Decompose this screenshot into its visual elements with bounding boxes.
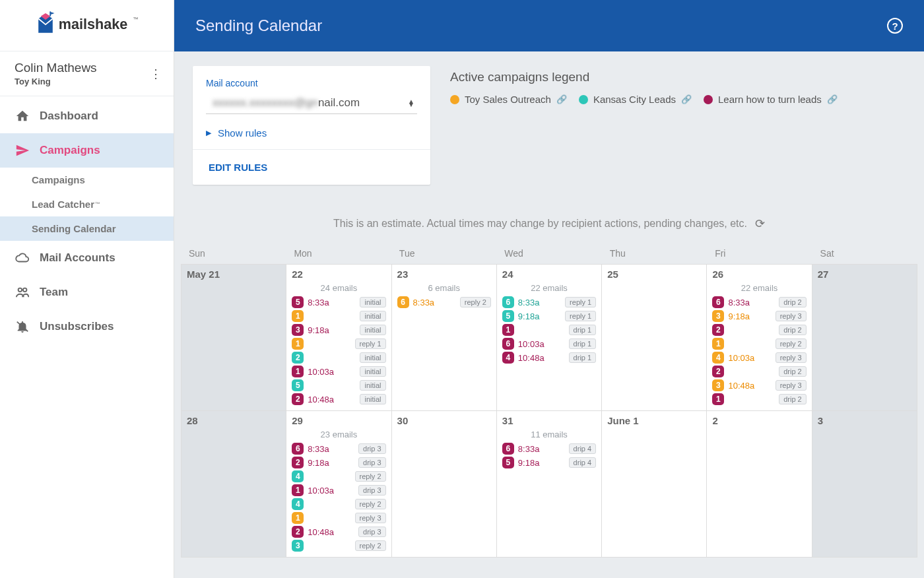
event-row[interactable]: 310:48areply 3 xyxy=(712,379,806,391)
calendar-cell[interactable]: June 1 xyxy=(602,411,707,558)
event-row[interactable]: 1reply 3 xyxy=(292,512,385,524)
edit-rules-button[interactable]: EDIT RULES xyxy=(193,149,430,185)
main: Sending Calendar ? Mail account xxxxxx.x… xyxy=(174,0,924,578)
day-label: Wed xyxy=(496,243,601,264)
event-row[interactable]: 610:03adrip 1 xyxy=(502,338,596,350)
event-row[interactable]: 1initial xyxy=(292,310,385,322)
event-badge: 4 xyxy=(502,352,514,364)
calendar-cell[interactable]: 236 emails68:33areply 2 xyxy=(392,265,497,411)
refresh-icon[interactable]: ⟳ xyxy=(755,216,765,231)
mail-account-select[interactable]: xxxxxx.xxxxxxxx@gnnail.com ▲▼ xyxy=(206,95,417,114)
calendar-body: May 212224 emails58:33ainitial1initial39… xyxy=(181,264,917,558)
event-row[interactable]: 39:18ainitial xyxy=(292,324,385,336)
cell-date: 24 xyxy=(502,269,596,280)
event-row[interactable]: 58:33ainitial xyxy=(292,296,385,308)
legend-item: Kansas City Leads🔗 xyxy=(579,94,692,105)
event-row[interactable]: 68:33areply 2 xyxy=(397,296,491,308)
event-row[interactable]: 5initial xyxy=(292,379,385,391)
user-menu-icon[interactable]: ⋮ xyxy=(150,67,162,81)
calendar-cell[interactable]: 28 xyxy=(182,411,286,558)
event-row[interactable]: 59:18areply 1 xyxy=(502,310,596,322)
event-row[interactable]: 410:48adrip 1 xyxy=(502,352,596,364)
event-row[interactable]: 2drip 2 xyxy=(712,324,806,336)
legend-dot-icon xyxy=(579,95,588,104)
event-time: 10:03a xyxy=(308,486,334,496)
calendar-cell[interactable]: 25 xyxy=(602,265,707,411)
event-badge: 2 xyxy=(292,352,304,364)
calendar-cell[interactable]: May 21 xyxy=(182,265,286,411)
event-row[interactable]: 39:18areply 3 xyxy=(712,310,806,322)
help-icon[interactable]: ? xyxy=(887,18,903,34)
calendar-cell[interactable]: 3111 emails68:33adrip 459:18adrip 4 xyxy=(497,411,602,558)
calendar-cell[interactable]: 2224 emails58:33ainitial1initial39:18ain… xyxy=(286,265,391,411)
calendar-cell[interactable]: 2622 emails68:33adrip 239:18areply 32dri… xyxy=(707,265,812,411)
event-chip: initial xyxy=(360,366,385,377)
calendar-cell[interactable]: 30 xyxy=(392,411,497,558)
event-time: 9:18a xyxy=(308,325,329,335)
logo[interactable]: mailshake ™ xyxy=(0,0,174,51)
show-rules-toggle[interactable]: ▶ Show rules xyxy=(206,123,417,149)
event-row[interactable]: 68:33areply 1 xyxy=(502,296,596,308)
event-badge: 4 xyxy=(712,352,724,364)
cell-date: May 21 xyxy=(187,269,280,280)
event-row[interactable]: 59:18adrip 4 xyxy=(502,457,596,468)
event-badge: 5 xyxy=(292,379,304,391)
event-chip: drip 1 xyxy=(569,325,597,335)
link-icon[interactable]: 🔗 xyxy=(827,94,838,104)
calendar-cell[interactable]: 27 xyxy=(812,265,917,411)
nav-mail-accounts[interactable]: Mail Accounts xyxy=(0,241,174,275)
event-badge: 2 xyxy=(292,393,304,405)
event-row[interactable]: 110:03adrip 3 xyxy=(292,484,385,496)
event-time: 8:33a xyxy=(518,298,540,307)
event-time: 10:03a xyxy=(308,367,334,377)
event-row[interactable]: 1drip 1 xyxy=(502,324,596,336)
event-time: 10:48a xyxy=(518,353,544,363)
event-row[interactable]: 3reply 2 xyxy=(292,540,385,552)
day-label: Fri xyxy=(707,243,812,264)
mail-account-card: Mail account xxxxxx.xxxxxxxx@gnnail.com … xyxy=(193,66,430,185)
event-row[interactable]: 68:33adrip 3 xyxy=(292,443,385,455)
legend-label: Learn how to turn leads xyxy=(718,94,822,105)
cell-date: 28 xyxy=(187,415,280,426)
calendar-cell[interactable]: 3 xyxy=(812,411,917,558)
event-row[interactable]: 29:18adrip 3 xyxy=(292,457,385,468)
legend: Active campaigns legend Toy Sales Outrea… xyxy=(450,66,906,105)
event-time: 10:03a xyxy=(518,339,544,349)
link-icon[interactable]: 🔗 xyxy=(556,94,567,104)
event-row[interactable]: 2drip 2 xyxy=(712,366,806,377)
subnav-campaigns[interactable]: Campaigns xyxy=(0,168,174,192)
event-row[interactable]: 4reply 2 xyxy=(292,498,385,510)
legend-dot-icon xyxy=(450,95,459,104)
nav-campaigns[interactable]: Campaigns xyxy=(0,133,174,168)
subnav-sending-calendar[interactable]: Sending Calendar xyxy=(0,216,174,241)
event-row[interactable]: 68:33adrip 4 xyxy=(502,443,596,455)
event-row[interactable]: 410:03areply 3 xyxy=(712,352,806,364)
bell-off-icon xyxy=(15,319,30,335)
event-row[interactable]: 210:48ainitial xyxy=(292,393,385,405)
legend-title: Active campaigns legend xyxy=(450,70,906,84)
nav-unsubscribes[interactable]: Unsubscribes xyxy=(0,309,174,344)
event-chip: initial xyxy=(360,352,385,363)
event-row[interactable]: 1reply 1 xyxy=(292,338,385,350)
event-row[interactable]: 68:33adrip 2 xyxy=(712,296,806,308)
nav-dashboard[interactable]: Dashboard xyxy=(0,99,174,133)
event-row[interactable]: 210:48adrip 3 xyxy=(292,526,385,538)
link-icon[interactable]: 🔗 xyxy=(681,94,692,104)
calendar-cell[interactable]: 2923 emails68:33adrip 329:18adrip 34repl… xyxy=(286,411,391,558)
event-chip: drip 1 xyxy=(569,352,597,363)
event-badge: 6 xyxy=(712,296,724,308)
event-row[interactable]: 4reply 2 xyxy=(292,470,385,482)
subnav-lead-catcher[interactable]: Lead Catcher™ xyxy=(0,192,174,216)
event-chip: initial xyxy=(360,297,385,307)
event-chip: drip 2 xyxy=(779,325,807,335)
calendar-cell[interactable]: 2422 emails68:33areply 159:18areply 11dr… xyxy=(497,265,602,411)
event-chip: reply 3 xyxy=(355,513,386,523)
event-row[interactable]: 1drip 2 xyxy=(712,393,806,405)
event-row[interactable]: 110:03ainitial xyxy=(292,366,385,377)
calendar-cell[interactable]: 2 xyxy=(707,411,812,558)
legend-label: Kansas City Leads xyxy=(593,94,676,105)
event-row[interactable]: 1reply 2 xyxy=(712,338,806,350)
event-row[interactable]: 2initial xyxy=(292,352,385,364)
nav-team[interactable]: Team xyxy=(0,275,174,309)
send-icon xyxy=(15,143,30,158)
